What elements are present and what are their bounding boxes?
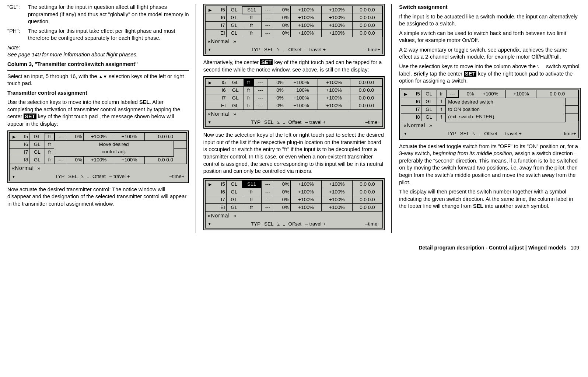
definition-ph: "PH": The settings for this input take e… [7,28,189,42]
para-actuate: Now actuate the desired transmitter cont… [7,186,189,208]
switch-symbol-icon [537,65,545,68]
lcd-status: «Normal » [10,164,187,172]
para-sw2: A simple switch can be used to switch ba… [399,30,581,44]
lcd-footer: ▼ TYP SEL Offset – travel + –time+ [206,220,383,228]
lcd-footer: ▼ TYP SEL Offset – travel + –time+ [401,130,578,138]
set-key-icon: SET [24,114,36,119]
lcd-screen-1: ▶ I5 GL fr --- 0% +100% +100% 0.0 0.0 I6… [7,130,189,183]
lcd-overlay-switch-message: Move desired switch to ON position (ext.… [445,98,566,122]
lcd-screen-4: ▶ I5 GL S11 --- 0% +100% +100% 0.0 0.0 I… [203,178,385,230]
heading-switch-assignment: Switch assignment [399,4,581,11]
page-columns: "GL": The settings for the input in ques… [7,4,581,233]
down-icon: ▼ [208,47,211,52]
column-1: "GL": The settings for the input in ques… [7,4,196,233]
lcd-screen-3: ▶ I5 GL fr --- 0% +100% +100% 0.0 0.0 I6… [203,76,385,129]
set-key-icon: SET [464,71,476,77]
switch-symbol-icon [277,121,285,124]
para-now-use: Now use the selection keys of the left o… [203,132,385,175]
divider [7,70,189,71]
set-key-icon: SET [260,59,273,65]
down-icon: ▼ [208,120,211,125]
switch-symbol-icon [473,132,480,135]
lcd-status: «Normal » [401,121,578,130]
down-icon: ▼ [208,221,211,227]
switch-symbol-icon [277,48,285,51]
cursor-icon: ▶ [209,80,211,85]
def-term: "GL": [7,4,28,25]
heading-column3: Column 3, "Transmitter control/switch as… [7,61,189,68]
para-actuate-switch: Actuate the desired toggle switch from i… [399,143,581,186]
cursor-icon: ▶ [209,182,211,186]
para-sw3: A 2-way momentary or toggle switch, see … [399,46,581,61]
cursor-icon: ▶ [209,8,211,12]
down-icon: ▼ [403,131,407,136]
switch-symbol-icon [81,175,89,178]
para-select-input: Select an input, 5 through 16, with the … [7,73,189,87]
page-footer: Detail program description - Control adj… [7,244,581,251]
para-display-switch-number: The display will then present the switch… [399,188,581,210]
heading-tx-control: Transmitter control assignment [7,90,189,97]
para-sw4: Use the selection keys to move into the … [399,63,581,85]
def-text: The settings for this input take effect … [28,28,189,42]
def-text: The settings for the input in question a… [28,4,189,25]
lcd-footer: ▼ TYP SEL Offset – travel + –time+ [206,46,383,54]
lcd-status: «Normal » [206,212,383,220]
down-icon: ▼ [12,174,15,179]
para-alternatively: Alternatively, the center SET key of the… [203,59,385,73]
column-2: ▶ I5 GL S11 --- 0% +100% +100% 0.0 0.0 I… [203,4,392,233]
lcd-footer: ▼ TYP SEL Offset – travel + –time+ [206,118,383,126]
para-sel-column: Use the selection keys to move into the … [7,99,189,128]
lcd-screen-2: ▶ I5 GL S11 --- 0% +100% +100% 0.0 0.0 I… [203,4,385,56]
note-label: Note: [7,45,20,50]
lcd-status: «Normal » [206,37,383,46]
column-3: Switch assignment If the input is to be … [399,4,581,233]
lcd-screen-5: ▶ I5 GL fr --- 0% +100% +100% 0.0 0.0 I6… [399,88,581,140]
switch-symbol-icon [277,223,285,226]
lcd-footer: ▼ TYP SEL Offset – travel + –time+ [10,172,187,181]
cursor-icon: ▶ [13,135,15,139]
cursor-icon: ▶ [404,92,407,96]
lcd-overlay-message: Move desired control adj. [54,140,174,157]
def-term: "PH": [7,28,28,42]
updown-icon: ▲▼ [98,74,107,79]
note-text: See page 140 for more information about … [7,52,138,57]
para-sw1: If the input is to be actuated like a sw… [399,13,581,28]
lcd-status: «Normal » [206,110,383,118]
definition-gl: "GL": The settings for the input in ques… [7,4,189,25]
